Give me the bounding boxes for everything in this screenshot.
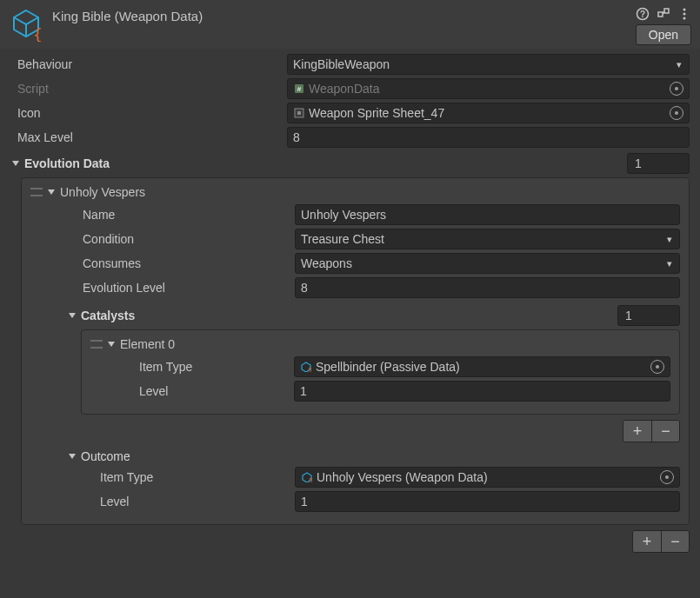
svg-text:{}: {}: [309, 477, 312, 482]
evolution-level-field[interactable]: 8: [295, 277, 680, 298]
svg-text:?: ?: [640, 10, 645, 19]
condition-dropdown[interactable]: Treasure Chest: [295, 229, 680, 249]
consumes-label: Consumes: [30, 256, 295, 270]
foldout-icon[interactable]: [46, 187, 57, 197]
drag-handle-icon[interactable]: [90, 340, 103, 349]
svg-marker-15: [12, 161, 19, 166]
preset-icon[interactable]: [657, 7, 670, 21]
behaviour-label: Behaviour: [10, 57, 287, 71]
remove-button[interactable]: −: [651, 421, 679, 442]
svg-marker-21: [69, 454, 76, 459]
outcome-level-field[interactable]: 1: [295, 491, 680, 512]
menu-icon[interactable]: [677, 7, 691, 21]
icon-label: Icon: [10, 106, 287, 120]
object-picker-icon[interactable]: [670, 82, 683, 96]
catalysts-panel: Element 0 Item Type {} Spellbinder (Pass…: [81, 329, 680, 415]
add-button[interactable]: +: [623, 421, 651, 442]
drag-handle-icon[interactable]: [30, 188, 43, 196]
script-label: Script: [10, 82, 287, 96]
maxlevel-label: Max Level: [10, 130, 287, 144]
evolution-data-header[interactable]: Evolution Data: [24, 156, 627, 170]
catalysts-header[interactable]: Catalysts: [81, 309, 617, 322]
evolution-level-label: Evolution Level: [30, 281, 295, 295]
scriptable-icon: {}: [300, 361, 312, 373]
foldout-icon[interactable]: [67, 310, 77, 321]
svg-point-10: [683, 17, 686, 20]
svg-point-9: [683, 13, 686, 16]
outcome-header[interactable]: Outcome: [81, 449, 680, 463]
outcome-itemtype-label: Item Type: [30, 470, 295, 484]
svg-rect-6: [664, 9, 669, 13]
catalyst-level-field[interactable]: 1: [294, 381, 670, 402]
name-label: Name: [30, 208, 295, 222]
evolution-item-header[interactable]: Unholy Vespers: [60, 185, 145, 199]
catalysts-count-field[interactable]: 1: [617, 305, 680, 326]
consumes-dropdown[interactable]: Weapons: [295, 253, 680, 274]
add-button[interactable]: +: [633, 531, 661, 552]
svg-marker-18: [108, 342, 115, 347]
svg-text:#: #: [297, 85, 302, 93]
evolution-panel: Unholy Vespers Name Unholy Vespers Condi…: [21, 177, 690, 525]
help-icon[interactable]: ?: [636, 7, 650, 21]
sprite-icon: [293, 107, 305, 119]
svg-marker-16: [48, 189, 55, 195]
inspector-header: {} King Bible (Weapon Data) ? Open: [0, 0, 700, 49]
svg-marker-17: [69, 313, 76, 318]
name-field[interactable]: Unholy Vespers: [295, 204, 680, 225]
object-picker-icon[interactable]: [670, 106, 683, 120]
catalyst-itemtype-label: Item Type: [90, 360, 294, 374]
foldout-icon[interactable]: [67, 451, 77, 462]
catalyst-element-header[interactable]: Element 0: [120, 337, 175, 351]
script-field: # WeaponData: [287, 78, 690, 99]
svg-rect-5: [658, 12, 663, 17]
condition-label: Condition: [30, 232, 295, 246]
svg-text:{}: {}: [308, 367, 311, 372]
evolution-count-field[interactable]: 1: [627, 153, 690, 174]
scriptable-icon: {}: [301, 471, 313, 483]
svg-rect-14: [297, 111, 301, 115]
svg-point-8: [683, 9, 686, 11]
icon-field[interactable]: Weapon Sprite Sheet_47: [287, 103, 690, 123]
catalyst-itemtype-field[interactable]: {} Spellbinder (Passive Data): [294, 356, 670, 377]
svg-text:{}: {}: [33, 25, 43, 42]
outcome-itemtype-field[interactable]: {} Unholy Vespers (Weapon Data): [295, 467, 680, 488]
foldout-icon[interactable]: [106, 339, 117, 349]
maxlevel-field[interactable]: 8: [287, 127, 690, 148]
object-picker-icon[interactable]: [650, 360, 664, 374]
asset-title: King Bible (Weapon Data): [52, 7, 636, 23]
catalyst-level-label: Level: [90, 384, 294, 398]
behaviour-dropdown[interactable]: KingBibleWeapon: [287, 54, 690, 75]
object-picker-icon[interactable]: [660, 470, 674, 484]
open-button[interactable]: Open: [636, 24, 691, 45]
script-icon: #: [293, 83, 305, 95]
asset-icon: {}: [9, 7, 43, 42]
outcome-level-label: Level: [30, 495, 295, 508]
foldout-icon[interactable]: [10, 158, 21, 169]
remove-button[interactable]: −: [661, 531, 689, 552]
